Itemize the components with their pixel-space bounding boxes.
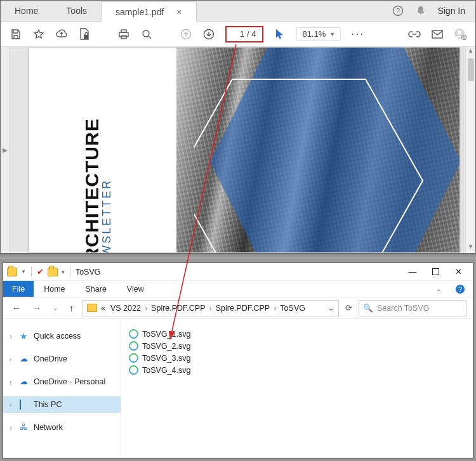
up-button[interactable]: ↑ [67, 303, 76, 313]
ribbon-view[interactable]: View [117, 281, 154, 297]
explorer-window: ▼ ✔ ▾ ToSVG — ✕ File Home Share View ⌄ ?… [3, 263, 473, 458]
svg-marker-14 [210, 48, 460, 253]
edge-icon [127, 339, 140, 353]
mail-icon[interactable] [431, 28, 444, 41]
page-down-icon[interactable] [202, 28, 215, 41]
search-icon: 🔍 [363, 303, 373, 313]
tab-home[interactable]: Home [1, 1, 52, 21]
cursor-icon[interactable] [274, 28, 286, 41]
nav-onedrive-personal[interactable]: ›☁OneDrive - Personal [3, 373, 121, 390]
close-button[interactable]: ✕ [454, 267, 463, 277]
pdf-page[interactable]: ARCHITECTURE NEWSLETTER [29, 47, 460, 253]
folder-icon [87, 304, 97, 312]
page-up-icon[interactable] [180, 28, 192, 41]
edge-icon [127, 363, 140, 377]
file-item[interactable]: ToSVG_3.svg [129, 352, 465, 364]
breadcrumb[interactable]: « VS 2022› Spire.PDF.CPP› Spire.PDF.CPP›… [83, 300, 339, 316]
search-icon[interactable] [140, 28, 153, 41]
zoom-control[interactable]: 81.1% ▼ [296, 27, 341, 41]
ribbon-share[interactable]: Share [76, 281, 117, 297]
close-icon[interactable]: × [176, 7, 182, 17]
edge-icon [127, 327, 140, 341]
ribbon-home[interactable]: Home [34, 281, 75, 297]
back-button[interactable]: ← [10, 303, 23, 313]
save-icon[interactable] [10, 28, 22, 41]
cloud-upload-icon[interactable] [55, 28, 68, 41]
refresh-icon[interactable]: ⟳ [345, 303, 352, 313]
svg-point-6 [143, 30, 149, 37]
ribbon: File Home Share View ⌄ ? [3, 281, 473, 297]
crumb-0[interactable]: VS 2022 [109, 304, 142, 313]
file-item[interactable]: ToSVG_4.svg [129, 364, 465, 376]
qat-check-icon[interactable]: ✔ [37, 267, 44, 276]
chevron-down-icon[interactable]: ⌄ [327, 303, 334, 313]
search-placeholder: Search ToSVG [377, 304, 429, 313]
file-item[interactable]: ToSVG_1.svg [129, 328, 465, 340]
star-icon[interactable] [32, 28, 45, 41]
nav-pane: ›★Quick access ›☁OneDrive ›☁OneDrive - P… [3, 319, 121, 458]
pdf-toolbar: 1 / 4 81.1% ▼ ··· [1, 22, 475, 47]
sign-in-button[interactable]: Sign In [437, 6, 465, 16]
nav-onedrive[interactable]: ›☁OneDrive [3, 351, 121, 367]
folder-icon [48, 268, 58, 276]
svg-line-7 [149, 36, 151, 39]
address-bar-row: ← → ⌄ ↑ « VS 2022› Spire.PDF.CPP› Spire.… [3, 297, 473, 319]
folder-icon [7, 268, 17, 276]
page-sep: / [247, 29, 251, 39]
link-icon[interactable] [408, 28, 421, 41]
ribbon-expand-icon[interactable]: ⌄ [436, 281, 447, 297]
explorer-titlebar: ▼ ✔ ▾ ToSVG — ✕ [3, 263, 473, 281]
scrollbar[interactable]: ▲ ▼ [465, 47, 475, 253]
chevron-down-icon[interactable]: ▼ [329, 31, 335, 37]
crumb-3[interactable]: ToSVG [279, 304, 307, 313]
tab-document[interactable]: sample1.pdf × [101, 1, 196, 22]
pdf-tab-bar: Home Tools sample1.pdf × ? Sign In [1, 1, 475, 22]
svg-rect-3 [119, 32, 128, 37]
nav-this-pc[interactable]: ›This PC [3, 396, 121, 413]
tab-tools[interactable]: Tools [52, 1, 101, 21]
crumb-1[interactable]: Spire.PDF.CPP [150, 304, 206, 313]
hexagon-graphic [194, 47, 460, 253]
file-item[interactable]: ToSVG_2.svg [129, 340, 465, 352]
bell-icon[interactable] [414, 4, 427, 17]
nav-network[interactable]: ›🖧Network [3, 419, 121, 436]
page-indicator[interactable]: 1 / 4 [225, 26, 263, 42]
page-current[interactable]: 1 [233, 29, 247, 39]
breadcrumb-prefix: « [100, 304, 107, 313]
file-list[interactable]: ToSVG_1.svg ToSVG_2.svg ToSVG_3.svg ToSV… [121, 319, 473, 458]
forward-button[interactable]: → [30, 303, 44, 313]
edge-icon [127, 351, 140, 365]
scrollbar-thumb[interactable] [468, 58, 474, 81]
svg-rect-10 [432, 30, 442, 38]
search-input[interactable]: 🔍 Search ToSVG [359, 300, 466, 316]
svg-text:?: ? [458, 285, 462, 293]
svg-point-12 [458, 30, 461, 34]
pdf-viewport: ▶ ARCHITECTURE NEWSLETTER ▲ ▼ [1, 47, 475, 253]
ribbon-file[interactable]: File [3, 281, 34, 297]
more-icon[interactable]: ··· [351, 27, 364, 41]
svg-rect-4 [121, 30, 126, 32]
qat-chevron-icon[interactable]: ▾ [62, 269, 65, 275]
print-icon[interactable] [117, 28, 130, 41]
file-lock-icon[interactable] [78, 28, 91, 41]
recent-chevron-icon[interactable]: ⌄ [50, 304, 60, 311]
pdf-viewer-window: Home Tools sample1.pdf × ? Sign In 1 / 4… [0, 0, 476, 254]
qat-chevron-icon[interactable]: ▼ [21, 269, 26, 275]
help-icon[interactable]: ? [447, 281, 473, 297]
maximize-button[interactable] [431, 267, 440, 277]
page-subtitle: NEWSLETTER [100, 179, 114, 253]
page-total: 4 [251, 29, 256, 39]
tab-document-label: sample1.pdf [116, 7, 164, 17]
zoom-value: 81.1% [302, 29, 326, 39]
help-icon[interactable]: ? [392, 4, 404, 17]
nav-quick-access[interactable]: ›★Quick access [3, 328, 121, 344]
crumb-2[interactable]: Spire.PDF.CPP [215, 304, 271, 313]
profile-icon[interactable] [454, 28, 466, 41]
side-panel-toggle[interactable]: ▶ [1, 47, 10, 253]
svg-rect-2 [84, 35, 88, 39]
svg-text:?: ? [396, 7, 400, 15]
page-title: ARCHITECTURE [81, 118, 103, 253]
minimize-button[interactable]: — [408, 267, 417, 277]
window-title: ToSVG [76, 268, 101, 276]
